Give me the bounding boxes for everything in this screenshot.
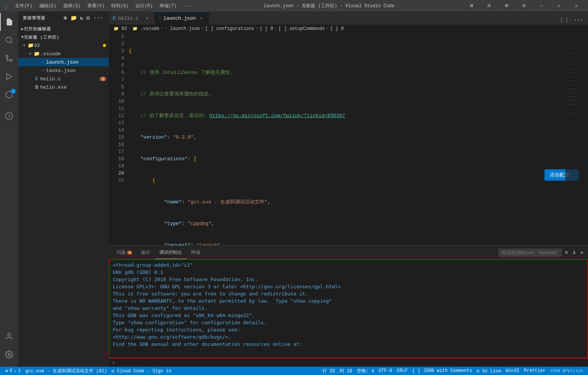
panel-tab-output[interactable]: 输出	[137, 246, 155, 259]
menu-goto[interactable]: 转到(G)	[108, 2, 132, 10]
status-debug-config[interactable]: gcc.exe - 生成和调试活动文件 (02)	[23, 367, 109, 375]
layout-icon[interactable]: ⊞	[463, 0, 481, 11]
split-editor-icon[interactable]: ⋮⋮	[557, 15, 571, 25]
activity-source-control[interactable]	[0, 49, 18, 67]
watermark-label: CSDN @fpl1116	[550, 369, 583, 373]
panel-actions[interactable]: ≡ ∧ ✕	[498, 248, 585, 257]
status-formatter[interactable]: Prettier	[522, 367, 548, 375]
panel-tab-debug-console[interactable]: 调试控制台	[155, 246, 187, 259]
close-button[interactable]: ✕	[568, 0, 585, 11]
layout4-icon[interactable]: ⊡	[515, 0, 533, 11]
activity-explorer[interactable]	[0, 13, 18, 31]
svg-point-0	[6, 37, 12, 43]
sidebar-header-actions[interactable]: ⊕ 📁 ↻ ⊟ ···	[63, 14, 104, 22]
ln-1: 1	[109, 33, 124, 40]
activity-settings[interactable]	[0, 345, 18, 364]
hello-c-tab-close[interactable]: ✕	[144, 15, 151, 22]
new-file-icon[interactable]: ⊕	[63, 14, 68, 22]
folder-02[interactable]: ▼ 📁 02	[18, 41, 109, 50]
ln-3: 3	[109, 47, 124, 55]
breadcrumb-vscode[interactable]: 📁 .vscode	[132, 26, 160, 31]
menu-bar[interactable]: 文件(F) 编辑(E) 选择(S) 查看(V) 转到(G) 运行(R) 终端(T…	[12, 2, 195, 10]
tab-launch-json[interactable]: ⚡ launch.json ✕	[154, 11, 209, 25]
file-tasks-json[interactable]: ⚡ tasks.json	[18, 66, 109, 75]
file-icon-bc: ⚡	[165, 27, 167, 31]
platform-label: Win32	[506, 368, 520, 373]
status-language[interactable]: { } JSON with Comments	[410, 367, 474, 375]
hello-exe-icon: 🗎	[33, 84, 40, 90]
activity-search[interactable]	[0, 31, 18, 49]
svg-point-2	[10, 59, 12, 62]
new-folder-icon[interactable]: 📁	[70, 14, 78, 22]
menu-select[interactable]: 选择(S)	[60, 2, 84, 10]
tab-actions-icon[interactable]: ···	[572, 16, 585, 25]
menu-edit[interactable]: 编辑(E)	[36, 2, 60, 10]
breadcrumb-launch[interactable]: ⚡ launch.json	[165, 26, 200, 31]
code-area[interactable]: 1 2 3 4 5 6 7 8 9 10 11 12 13 14 15 16 1…	[109, 33, 588, 245]
collapse-icon[interactable]: ⊟	[86, 14, 91, 22]
panel-close-icon[interactable]: ✕	[579, 248, 585, 257]
status-cloud[interactable]: ◎ Cloud Code - Sign in	[109, 367, 174, 375]
panel-collapse-icon[interactable]: ≡	[563, 248, 569, 257]
breadcrumb-final[interactable]: { } 0	[330, 26, 344, 31]
menu-view[interactable]: 查看(V)	[84, 2, 108, 10]
breadcrumb-setupcommands[interactable]: [ ] setupCommands	[278, 26, 325, 31]
minimize-button[interactable]: ─	[533, 0, 550, 11]
debug-console[interactable]: =thread-group-added,id="i1" GNU gdb (GDB…	[109, 259, 588, 358]
cloud-label: ◎ Cloud Code - Sign in	[112, 368, 171, 374]
ln-18: 18	[109, 155, 124, 162]
svg-point-3	[6, 55, 8, 58]
dc-line-4: License GPLv3+: GNU GPL version 3 or lat…	[113, 283, 584, 290]
window-controls[interactable]: ⊞ ⊟ ⊠ ⊡ ─ ❐ ✕	[463, 0, 585, 11]
menu-run[interactable]: 运行(R)	[132, 2, 156, 10]
activity-extensions[interactable]: 1	[0, 86, 18, 104]
status-encoding[interactable]: UTF-8	[376, 367, 394, 375]
restore-button[interactable]: ❐	[550, 0, 568, 11]
status-indent[interactable]: 空格: 4	[355, 367, 376, 375]
file-launch-json[interactable]: ⚡ launch.json	[18, 58, 109, 66]
layout3-icon[interactable]: ⊠	[498, 0, 515, 11]
status-position[interactable]: 行 20，列 18	[320, 367, 355, 375]
sep6: ›	[326, 27, 328, 31]
activity-accounts[interactable]	[0, 327, 18, 345]
tab-hello-c[interactable]: C hello.c ✕	[109, 11, 154, 25]
menu-more[interactable]: ...	[180, 2, 195, 10]
breadcrumb-0[interactable]: { } 0	[260, 26, 273, 31]
code-line-6: "configurations": [	[127, 155, 565, 162]
file-hello-exe[interactable]: 🗎 hello.exe	[18, 83, 109, 91]
status-platform[interactable]: Win32	[504, 367, 522, 375]
launch-tab-close[interactable]: ✕	[198, 15, 205, 22]
more-actions-icon[interactable]: ···	[92, 14, 104, 22]
menu-file[interactable]: 文件(F)	[12, 2, 36, 10]
workspace-label: 无标题 (工作区)	[24, 34, 59, 40]
code-line-10: "request": "launch",	[127, 242, 565, 245]
folder-vscode[interactable]: ▼ 📁 .vscode	[18, 50, 109, 58]
layout2-icon[interactable]: ⊟	[481, 0, 498, 11]
status-errors[interactable]: ⊗ 0 ⚠ 1	[3, 367, 23, 375]
minimap-content: // IntelliSense // description // link h…	[565, 33, 588, 117]
activity-remote[interactable]	[0, 107, 18, 125]
breadcrumb-02[interactable]: 📁 02	[114, 26, 127, 31]
panel-tab-problems[interactable]: 问题 1	[112, 246, 137, 259]
file-hello-c[interactable]: C hello.c 1	[18, 75, 109, 83]
workspace-section[interactable]: ▼ 无标题 (工作区)	[18, 33, 109, 41]
panel-expand-icon[interactable]: ∧	[571, 248, 577, 257]
open-editors-section[interactable]: ▶ 打开的编辑器	[18, 25, 109, 33]
menu-terminal[interactable]: 终端(T)	[157, 2, 180, 10]
dc-line-9: Type "show configuration" for configurat…	[113, 319, 584, 326]
panel-tab-terminal[interactable]: 终端	[187, 246, 205, 259]
panel-filter-input[interactable]	[498, 248, 562, 257]
debug-input[interactable]	[117, 360, 585, 366]
refresh-icon[interactable]: ↻	[79, 14, 84, 22]
debug-input-line: ›	[109, 358, 588, 367]
svg-marker-4	[7, 73, 12, 80]
status-golive[interactable]: ◎ Go Live	[474, 367, 504, 375]
status-eol[interactable]: CRLF	[394, 367, 410, 375]
activity-debug[interactable]	[0, 67, 18, 86]
breadcrumb-02-label: 02	[121, 26, 127, 31]
tab-bar-actions[interactable]: ⋮⋮ ···	[554, 15, 588, 25]
ln-20: 20	[109, 170, 124, 177]
breadcrumb-configurations[interactable]: [ ] configurations	[205, 26, 254, 31]
indent-label: 空格: 4	[357, 368, 374, 374]
code-content[interactable]: { // 使用 IntelliSense 了解相关属性。 // 悬停以查看现有属…	[127, 33, 565, 245]
